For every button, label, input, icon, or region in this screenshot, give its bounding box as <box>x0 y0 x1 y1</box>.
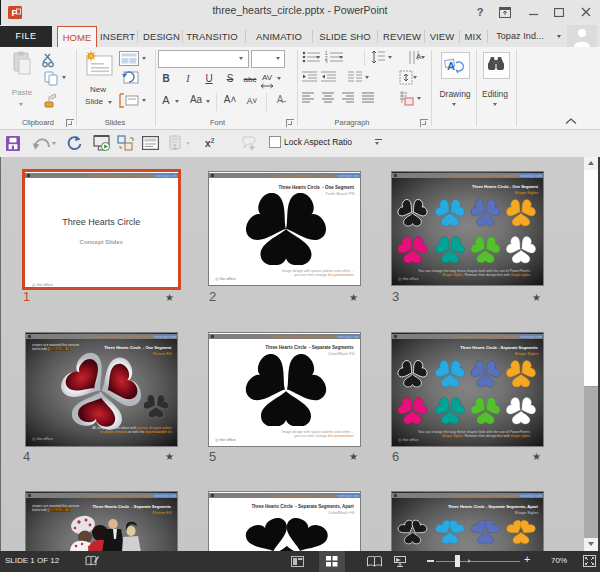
svg-text:A: A <box>447 60 455 72</box>
svg-text:3: 3 <box>325 60 328 64</box>
